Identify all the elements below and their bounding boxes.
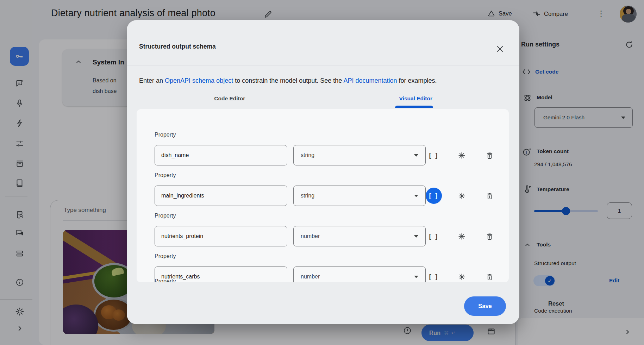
property-type-select[interactable]: number [293,226,426,246]
property-type-select[interactable]: number [293,266,426,282]
openapi-schema-link[interactable]: OpenAPI schema object [165,77,233,84]
tab-code-editor[interactable]: Code Editor [137,90,323,107]
close-icon[interactable] [495,44,506,55]
modal-save-button[interactable]: Save [464,296,506,316]
property-name-input[interactable] [155,145,287,165]
delete-property-button[interactable] [481,188,498,204]
active-tab-indicator [395,106,433,108]
property-label: Property [155,278,176,282]
property-type-select[interactable]: string [293,186,426,206]
tab-visual-editor[interactable]: Visual Editor [323,90,509,107]
property-label: Property [155,132,176,138]
property-label: Property [155,172,176,178]
required-toggle-button[interactable] [454,147,470,163]
modal-title: Structured output schema [139,43,216,50]
modal-description: Enter an OpenAPI schema object to constr… [139,77,437,84]
array-toggle-button[interactable]: [ ] [426,147,442,163]
array-toggle-button[interactable]: [ ] [426,228,442,244]
chevron-down-icon [414,195,418,197]
property-name-input[interactable] [155,186,287,206]
delete-property-button[interactable] [481,147,498,163]
delete-property-button[interactable] [481,269,498,282]
property-label: Property [155,213,176,219]
array-toggle-button[interactable]: [ ] [426,188,442,204]
property-type-select[interactable]: string [293,145,426,165]
property-label: Property [155,253,176,259]
chevron-down-icon [414,235,418,238]
api-documentation-link[interactable]: API documentation [343,77,397,84]
required-toggle-button[interactable] [454,228,470,244]
array-toggle-button[interactable]: [ ] [426,269,442,282]
schema-properties-panel: Property string [ ] Property string [ ] [137,109,509,282]
editor-tabs: Code Editor Visual Editor [137,90,509,107]
property-name-input[interactable] [155,226,287,246]
divider [127,65,519,65]
reset-button[interactable]: Reset [548,300,564,307]
structured-output-modal: Structured output schema Enter an OpenAP… [127,20,519,324]
chevron-down-icon [414,154,418,157]
required-toggle-button[interactable] [454,269,470,282]
chevron-down-icon [414,276,418,278]
delete-property-button[interactable] [481,228,498,244]
required-toggle-button[interactable] [454,188,470,204]
